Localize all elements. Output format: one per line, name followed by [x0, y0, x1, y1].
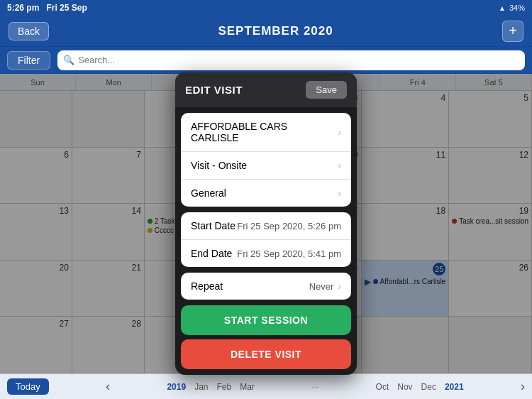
prev-arrow[interactable]: ‹	[106, 379, 110, 394]
repeat-right: Never ›	[309, 280, 341, 292]
month-jan[interactable]: Jan	[194, 382, 208, 392]
ellipsis: ···	[311, 382, 318, 392]
calendar-wrapper: Sun Mon Tue 1 Wed 2 Thu 3 Fri 4 Sat 5 1 …	[0, 74, 532, 373]
modal-repeat-section: Repeat Never ›	[181, 273, 351, 300]
status-bar: 5:26 pm Fri 25 Sep 34%	[0, 0, 532, 16]
start-date-row[interactable]: Start Date Fri 25 Sep 2020, 5:26 pm	[181, 212, 351, 240]
nav-title: SEPTEMBER 2020	[218, 24, 333, 38]
repeat-row[interactable]: Repeat Never ›	[181, 273, 351, 300]
general-row[interactable]: General ›	[181, 180, 351, 207]
chevron-icon: ›	[338, 126, 341, 138]
modal-actions: START SESSION DELETE VISIT	[181, 305, 351, 369]
filter-bar: Filter 🔍	[0, 47, 532, 74]
bottom-nav: Today ‹ 2019 Jan Feb Mar ··· Oct Nov Dec…	[0, 373, 532, 399]
visit-name-label: AFFORDABLE CARS CARLISLE	[191, 121, 335, 143]
visit-name-row[interactable]: AFFORDABLE CARS CARLISLE ›	[181, 113, 351, 152]
add-button[interactable]: +	[502, 21, 523, 42]
end-date-label: End Date	[191, 248, 232, 259]
end-date-row[interactable]: End Date Fri 25 Sep 2020, 5:41 pm	[181, 240, 351, 267]
back-button[interactable]: Back	[9, 22, 49, 40]
start-date-label: Start Date	[191, 220, 235, 231]
search-icon: 🔍	[63, 55, 74, 65]
nav-bar: Back SEPTEMBER 2020 +	[0, 16, 532, 47]
repeat-label: Repeat	[191, 280, 223, 292]
modal-overlay: EDIT VISIT Save AFFORDABLE CARS CARLISLE…	[0, 74, 532, 373]
start-date-value: Fri 25 Sep 2020, 5:26 pm	[237, 221, 341, 231]
month-oct[interactable]: Oct	[376, 382, 389, 392]
chevron-icon: ›	[338, 280, 341, 292]
delete-visit-button[interactable]: DELETE VISIT	[181, 339, 351, 369]
filter-button[interactable]: Filter	[7, 51, 50, 70]
modal-header: EDIT VISIT Save	[175, 72, 357, 107]
year-2019[interactable]: 2019	[167, 382, 186, 392]
modal-visit-section: AFFORDABLE CARS CARLISLE › Visit - Onsit…	[181, 113, 351, 207]
month-nav-right: Oct Nov Dec 2021	[376, 382, 464, 392]
edit-modal: EDIT VISIT Save AFFORDABLE CARS CARLISLE…	[175, 72, 357, 375]
visit-type-label: Visit - Onsite	[191, 160, 247, 171]
general-label: General	[191, 187, 226, 199]
status-right: 34%	[499, 3, 525, 13]
month-nav-left: 2019 Jan Feb Mar	[167, 382, 254, 392]
visit-type-row[interactable]: Visit - Onsite ›	[181, 152, 351, 180]
today-button[interactable]: Today	[7, 378, 49, 395]
search-input[interactable]	[78, 55, 519, 65]
chevron-icon: ›	[338, 160, 341, 171]
chevron-icon: ›	[338, 187, 341, 199]
search-box: 🔍	[57, 50, 525, 70]
year-2021[interactable]: 2021	[445, 382, 464, 392]
battery-text: 34%	[509, 4, 525, 12]
repeat-value: Never	[309, 281, 334, 292]
wifi-icon	[499, 3, 506, 13]
end-date-value: Fri 25 Sep 2020, 5:41 pm	[237, 248, 341, 259]
month-mar[interactable]: Mar	[240, 382, 255, 392]
month-nov[interactable]: Nov	[397, 382, 412, 392]
next-arrow[interactable]: ›	[521, 379, 525, 394]
save-button[interactable]: Save	[306, 81, 347, 99]
status-time: 5:26 pm Fri 25 Sep	[7, 3, 87, 13]
modal-title: EDIT VISIT	[185, 84, 243, 96]
start-session-button[interactable]: START SESSION	[181, 305, 351, 335]
modal-date-section: Start Date Fri 25 Sep 2020, 5:26 pm End …	[181, 212, 351, 267]
month-feb[interactable]: Feb	[216, 382, 231, 392]
month-dec[interactable]: Dec	[421, 382, 436, 392]
